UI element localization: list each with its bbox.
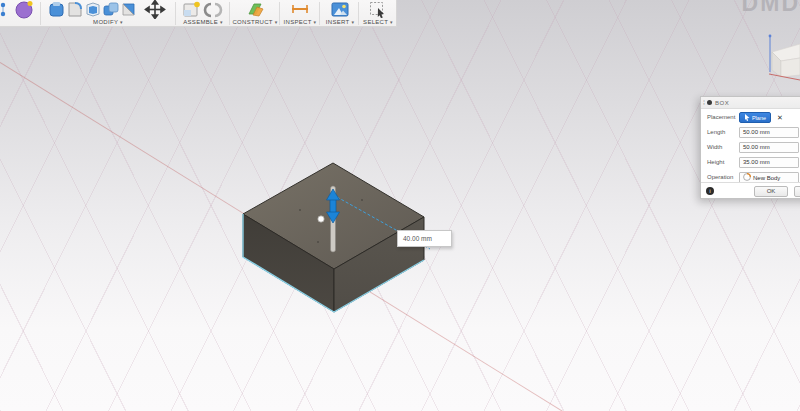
new-component-icon[interactable]: [183, 1, 201, 18]
joint-icon[interactable]: [203, 1, 223, 18]
length-label: Length: [707, 129, 725, 135]
chevron-down-icon: ▾: [314, 19, 317, 25]
dimension-value-input[interactable]: 40.00 mm: [397, 230, 452, 247]
chevron-down-icon: ▾: [220, 19, 223, 25]
sketch-icon[interactable]: [0, 1, 12, 19]
shell-icon[interactable]: [85, 1, 101, 18]
toolbar: MODIFY ▾ ASSEMBLE ▾: [0, 0, 397, 27]
box-dialog: ⁞ BOX Placement Plane ✕ Length 50.00 mm …: [700, 96, 800, 199]
cursor-icon: [744, 114, 750, 121]
chevron-down-icon: ▾: [351, 19, 354, 25]
modify-menu[interactable]: MODIFY ▾: [93, 19, 123, 25]
form-icon[interactable]: [14, 0, 36, 19]
placement-label: Placement: [707, 114, 735, 120]
viewport-canvas[interactable]: [0, 0, 800, 411]
assemble-menu[interactable]: ASSEMBLE ▾: [183, 19, 223, 25]
press-pull-icon[interactable]: [49, 1, 65, 18]
height-row: Height 35.00 mm: [701, 156, 800, 169]
height-label: Height: [707, 159, 724, 165]
select-cursor-icon[interactable]: [369, 1, 387, 18]
width-input[interactable]: 50.00 mm: [739, 142, 799, 153]
toolbar-group-assemble: ASSEMBLE ▾: [177, 0, 229, 26]
close-icon[interactable]: ✕: [777, 113, 783, 122]
dialog-footer: i OK Cancel: [701, 182, 800, 198]
length-row: Length 50.00 mm: [701, 126, 800, 139]
placement-row: Placement Plane ✕: [701, 111, 800, 124]
box-command-icon: [707, 100, 712, 105]
chevron-down-icon: ▾: [390, 19, 393, 25]
chevron-down-icon: ▾: [275, 19, 278, 25]
select-menu[interactable]: SELECT ▾: [363, 19, 393, 25]
insert-menu[interactable]: INSERT ▾: [326, 19, 354, 25]
width-row: Width 50.00 mm: [701, 141, 800, 154]
split-body-icon[interactable]: [121, 1, 137, 18]
fillet-icon[interactable]: [67, 1, 83, 18]
combine-icon[interactable]: [103, 1, 119, 18]
placement-plane-chip[interactable]: Plane: [739, 112, 771, 123]
height-input[interactable]: 35.00 mm: [739, 157, 799, 168]
toolbar-group-modify: MODIFY ▾: [42, 0, 174, 26]
width-label: Width: [707, 144, 722, 150]
construct-plane-icon[interactable]: [245, 1, 265, 18]
dialog-title: BOX: [715, 100, 729, 106]
cancel-button[interactable]: Cancel: [794, 186, 800, 197]
info-icon[interactable]: i: [706, 187, 714, 195]
move-icon[interactable]: [143, 0, 167, 19]
operation-label: Operation: [707, 174, 733, 180]
toolbar-group-inspect: INSPECT ▾: [281, 0, 319, 26]
insert-image-icon[interactable]: [331, 1, 349, 18]
chevron-down-icon: ▾: [120, 19, 123, 25]
toolbar-group-select: SELECT ▾: [360, 0, 396, 26]
toolbar-group-create-partial: [0, 0, 38, 26]
fusion360-window: DMD: [0, 0, 800, 411]
ok-button[interactable]: OK: [754, 186, 788, 197]
new-body-icon: [743, 173, 751, 181]
dialog-titlebar[interactable]: ⁞ BOX: [701, 97, 800, 109]
length-input[interactable]: 50.00 mm: [739, 127, 799, 138]
inspect-menu[interactable]: INSPECT ▾: [284, 19, 317, 25]
toolbar-group-construct: CONSTRUCT ▾: [231, 0, 279, 26]
distant-component: [769, 35, 800, 80]
toolbar-group-insert: INSERT ▾: [321, 0, 359, 26]
measure-icon[interactable]: [290, 1, 310, 18]
construct-menu[interactable]: CONSTRUCT ▾: [232, 19, 277, 25]
center-point-handle[interactable]: [318, 216, 324, 222]
